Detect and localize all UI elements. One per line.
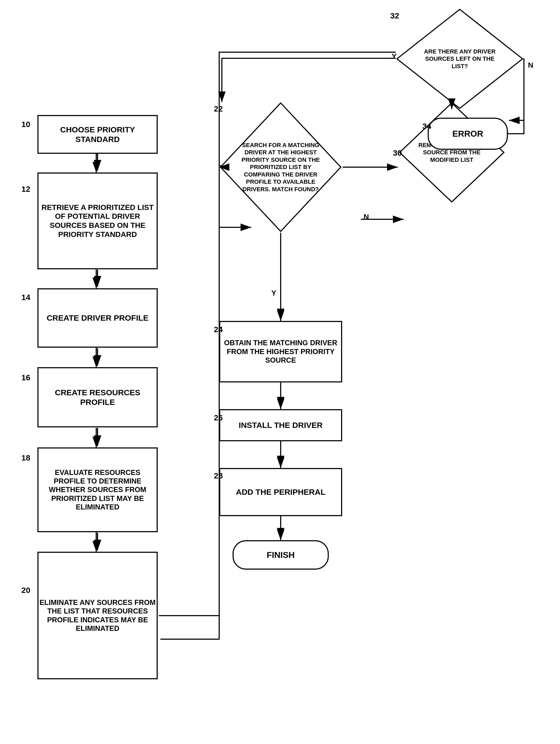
node-28: ADD THE PERIPHERAL: [219, 468, 342, 516]
node-14: CREATE DRIVER PROFILE: [37, 288, 158, 348]
node-32-container: ARE THERE ANY DRIVER SOURCES LEFT ON THE…: [396, 8, 524, 110]
node-14-text: CREATE DRIVER PROFILE: [46, 313, 148, 323]
node-20-text: ELIMINATE ANY SOURCES FROM THE LIST THAT…: [39, 598, 157, 633]
node-24-text: OBTAIN THE MATCHING DRIVER FROM THE HIGH…: [220, 339, 341, 365]
node-12: RETRIEVE A PRIORITIZED LIST OF POTENTIAL…: [37, 173, 158, 269]
label-32: 32: [390, 11, 399, 20]
node-32-text: ARE THERE ANY DRIVER SOURCES LEFT ON THE…: [417, 24, 503, 94]
node-finish: FINISH: [233, 540, 329, 570]
node-26: INSTALL THE DRIVER: [219, 409, 342, 441]
label-34: 34: [422, 122, 431, 131]
node-16-text: CREATE RESOURCES PROFILE: [39, 388, 157, 407]
node-18: EVALUATE RESOURCES PROFILE TO DETERMINE …: [37, 447, 158, 532]
arrow-y-32: Y: [392, 52, 397, 61]
label-16: 16: [22, 373, 30, 382]
label-14: 14: [22, 293, 30, 302]
node-22-text: SEARCH FOR A MATCHING DRIVER AT THE HIGH…: [238, 126, 323, 209]
node-22-container: SEARCH FOR A MATCHING DRIVER AT THE HIGH…: [219, 102, 342, 233]
node-12-text: RETRIEVE A PRIORITIZED LIST OF POTENTIAL…: [39, 203, 157, 239]
node-30-container: REMOVE THE HIGHEST SOURCE FROM THE MODIF…: [398, 102, 505, 203]
node-20: ELIMINATE ANY SOURCES FROM THE LIST THAT…: [37, 552, 158, 679]
node-10-text: CHOOSE PRIORITY STANDARD: [39, 125, 157, 144]
label-22: 22: [214, 104, 223, 113]
node-26-text: INSTALL THE DRIVER: [239, 420, 323, 430]
flowchart: CHOOSE PRIORITY STANDARD 10 RETRIEVE A P…: [0, 0, 560, 744]
label-24: 24: [214, 325, 223, 334]
label-20: 20: [22, 586, 30, 595]
label-30: 30: [393, 148, 402, 157]
arrow-y-22: Y: [271, 289, 276, 297]
label-26: 26: [214, 413, 223, 422]
arrow-n-32: N: [528, 61, 533, 70]
arrow-n-22: N: [364, 213, 369, 221]
node-34: ERROR: [428, 118, 508, 150]
node-24: OBTAIN THE MATCHING DRIVER FROM THE HIGH…: [219, 321, 342, 382]
finish-text: FINISH: [267, 550, 295, 560]
node-10: CHOOSE PRIORITY STANDARD: [37, 115, 158, 154]
label-18: 18: [22, 453, 30, 462]
node-18-text: EVALUATE RESOURCES PROFILE TO DETERMINE …: [39, 468, 157, 512]
node-34-text: ERROR: [452, 128, 483, 139]
label-28: 28: [214, 471, 223, 480]
node-16: CREATE RESOURCES PROFILE: [37, 367, 158, 427]
label-12: 12: [22, 185, 30, 194]
label-10: 10: [22, 120, 30, 129]
node-28-text: ADD THE PERIPHERAL: [236, 487, 325, 497]
